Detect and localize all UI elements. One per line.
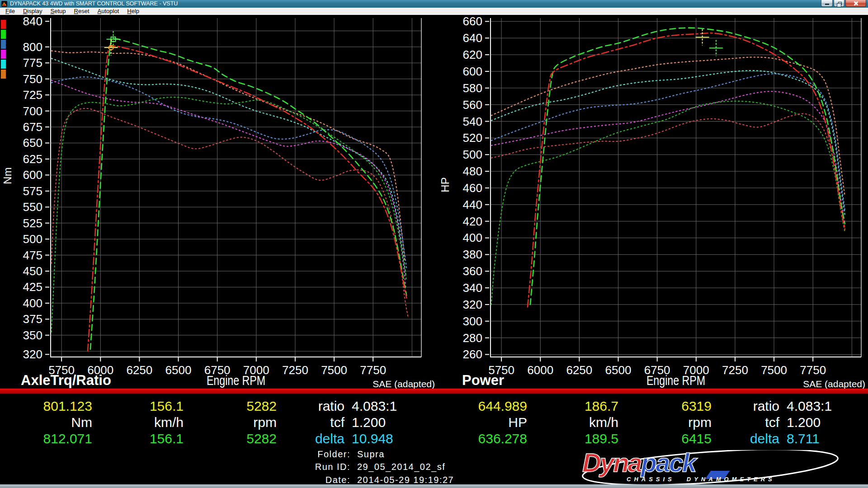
power-unit: HP [435, 415, 527, 430]
svg-text:340: 340 [463, 281, 482, 295]
svg-text:320: 320 [23, 347, 42, 361]
folder-label: Folder: [253, 449, 350, 460]
rpm-cursor1-value: 5282 [184, 399, 277, 414]
speed-unit: km/h [527, 415, 618, 430]
titlebar[interactable]: DYNAPACK 43 4WD with SMART CONTROL SOFTW… [0, 0, 868, 8]
power-sae-note: SAE (adapted) [775, 379, 865, 389]
menu-help[interactable]: Help [123, 8, 143, 15]
run-swatch-orange[interactable] [1, 70, 6, 79]
rpm-cursor1-value: 6319 [618, 399, 712, 414]
svg-text:460: 460 [463, 181, 482, 195]
menu-autoplot[interactable]: Autoplot [94, 8, 123, 15]
menu-file[interactable]: File [1, 8, 19, 15]
rpm-unit: rpm [618, 415, 712, 430]
torque-x-axis-label: Engine RPM [185, 373, 287, 388]
svg-text:320: 320 [463, 298, 482, 311]
svg-text:7500: 7500 [321, 363, 347, 377]
window-title: DYNAPACK 43 4WD with SMART CONTROL SOFTW… [10, 0, 178, 7]
svg-text:560: 560 [463, 98, 482, 112]
svg-text:700: 700 [23, 104, 42, 118]
date-label: Date: [253, 475, 350, 485]
svg-text:675: 675 [23, 120, 42, 134]
torque-cursor2-value: 812.071 [0, 431, 92, 446]
menu-reset[interactable]: Reset [70, 8, 94, 15]
restore-button[interactable] [834, 0, 844, 7]
power-y-axis-label: HP [439, 177, 452, 192]
svg-text:525: 525 [23, 216, 42, 230]
run-id-label: Run ID: [253, 462, 350, 472]
minimize-icon [825, 4, 829, 5]
run-info-block: Folder: Supra Run ID: 29_05_2014_02_sf D… [253, 448, 454, 487]
svg-text:400: 400 [23, 296, 42, 310]
svg-text:280: 280 [463, 331, 482, 345]
minimize-button[interactable] [821, 0, 833, 7]
torque-y-axis-label: Nm [1, 167, 14, 184]
rpm-cursor2-value: 5282 [184, 431, 277, 446]
torque-unit: Nm [0, 415, 92, 430]
menu-display[interactable]: Display [19, 8, 47, 15]
rpm-cursor2-value: 6415 [618, 431, 712, 446]
power-cursor2-value: 636.278 [435, 431, 527, 446]
close-button[interactable] [845, 0, 866, 7]
svg-text:380: 380 [463, 248, 482, 261]
svg-text:6250: 6250 [126, 363, 152, 377]
svg-text:300: 300 [463, 314, 482, 328]
svg-text:420: 420 [463, 215, 482, 228]
svg-text:775: 775 [23, 56, 42, 70]
svg-text:650: 650 [23, 136, 42, 150]
delta-value: 10.948 [344, 431, 435, 446]
speed-unit: km/h [92, 415, 184, 430]
menubar: File Display Setup Reset Autoplot Help [0, 8, 868, 15]
svg-text:360: 360 [463, 264, 482, 278]
svg-text:640: 640 [463, 31, 482, 45]
logo-tagline-dynamometers: DYNAMOMETERS [687, 476, 775, 483]
tcf-value: 1.200 [344, 415, 435, 430]
logo-tagline-chassis: CHASSIS [627, 476, 675, 483]
logo-word-dyna: Dyna [582, 448, 641, 477]
svg-text:580: 580 [463, 81, 482, 95]
svg-text:7500: 7500 [761, 363, 787, 377]
svg-text:350: 350 [23, 328, 42, 342]
run-swatch-red[interactable] [1, 20, 6, 29]
torque-chart-plot-area[interactable] [51, 18, 421, 357]
svg-text:520: 520 [463, 131, 482, 145]
svg-text:550: 550 [23, 200, 42, 214]
torque-cursor1-value: 801.123 [0, 399, 92, 414]
power-chart-plot-area[interactable] [491, 18, 861, 357]
svg-text:540: 540 [463, 115, 482, 128]
svg-text:725: 725 [23, 88, 42, 102]
logo-word-pack: pack [641, 448, 695, 477]
menu-setup[interactable]: Setup [47, 8, 70, 15]
svg-text:7750: 7750 [800, 363, 826, 377]
speed-cursor2-value: 189.5 [527, 431, 618, 446]
close-icon [854, 1, 859, 6]
speed-cursor1-value: 186.7 [527, 399, 618, 414]
svg-text:425: 425 [23, 280, 42, 294]
svg-text:6000: 6000 [527, 363, 553, 377]
svg-text:660: 660 [463, 14, 482, 28]
run-swatch-cyan[interactable] [1, 60, 6, 69]
run-id-value: 29_05_2014_02_sf [350, 462, 454, 472]
svg-text:375: 375 [23, 312, 42, 326]
rpm-unit: rpm [184, 415, 277, 430]
delta-value: 8.711 [779, 431, 868, 446]
svg-text:480: 480 [463, 164, 482, 178]
run-swatch-blue[interactable] [1, 40, 6, 49]
run-swatch-green[interactable] [1, 30, 6, 39]
dynapack-logo: Dynapack CHASSISDYNAMOMETERS [580, 450, 841, 486]
svg-text:6250: 6250 [566, 363, 592, 377]
ratio-value: 4.083:1 [779, 399, 868, 414]
speed-cursor1-value: 156.1 [92, 399, 184, 414]
power-x-axis-label: Engine RPM [625, 373, 726, 388]
tcf-value: 1.200 [779, 415, 868, 430]
run-swatch-magenta[interactable] [1, 50, 6, 59]
separator-bar [0, 389, 868, 394]
torque-sae-note: SAE (adapted) [344, 379, 435, 389]
speed-cursor2-value: 156.1 [92, 431, 184, 446]
svg-text:500: 500 [463, 148, 482, 161]
ratio-label: ratio [277, 399, 344, 414]
delta-label: delta [712, 431, 779, 446]
svg-text:475: 475 [23, 249, 42, 262]
ratio-value: 4.083:1 [344, 399, 435, 414]
folder-value: Supra [350, 449, 454, 460]
